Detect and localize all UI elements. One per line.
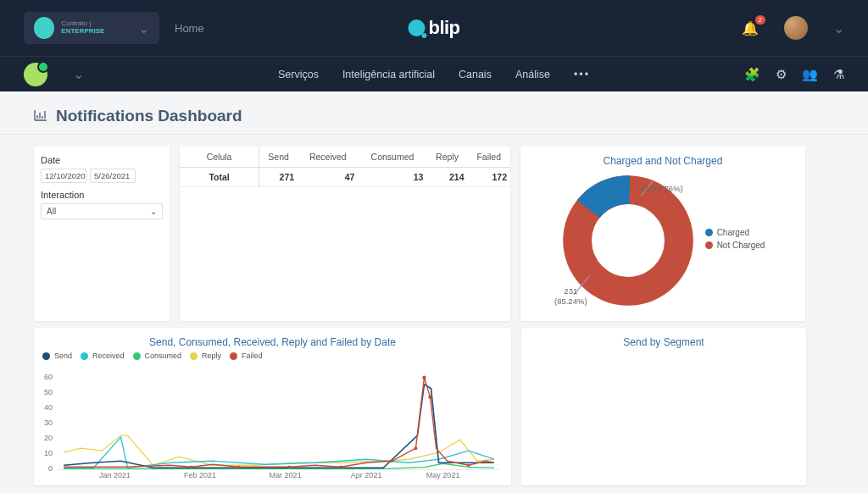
bar-chart-icon — [34, 109, 47, 124]
svg-point-24 — [390, 459, 393, 463]
page-title: Notifications Dashboard — [56, 107, 242, 125]
org-selector[interactable]: Contrato | ENTERPRISE ⌄ — [24, 12, 159, 44]
nav-links: Serviços Inteligência artificial Canais … — [278, 69, 590, 80]
nav-item-servicos[interactable]: Serviços — [278, 69, 319, 80]
interaction-label: Interaction — [41, 190, 163, 200]
segment-card: Send by Segment — [521, 328, 806, 485]
chevron-down-icon[interactable]: ⌄ — [833, 20, 844, 36]
bot-avatar[interactable] — [24, 63, 47, 86]
svg-text:Jan 2021: Jan 2021 — [99, 471, 131, 479]
top-header: Contrato | ENTERPRISE ⌄ Home blip 🔔 2 ⌄ — [0, 0, 868, 56]
donut-legend: Charged Not Charged — [705, 228, 765, 253]
svg-point-23 — [339, 465, 342, 468]
donut-card: Charged and Not Charged 40 (14.76%) Char… — [520, 147, 805, 321]
svg-text:40: 40 — [44, 403, 53, 412]
notif-badge: 2 — [755, 15, 765, 25]
nav-item-ia[interactable]: Inteligência artificial — [342, 69, 435, 80]
legend-dot-icon — [81, 352, 88, 360]
dashboard-row-1: Date 12/10/2020 5/26/2021 Interaction Al… — [0, 135, 868, 321]
line-title: Send, Consumed, Received, Reply and Fail… — [42, 336, 503, 348]
legend-dot-icon — [230, 352, 237, 360]
svg-text:May 2021: May 2021 — [426, 471, 460, 479]
legend-dot-icon — [42, 352, 50, 360]
segment-title: Send by Segment — [530, 336, 798, 348]
svg-text:Mar 2021: Mar 2021 — [270, 471, 302, 479]
page-title-bar: Notifications Dashboard — [0, 91, 868, 135]
dashboard-row-2: Send, Consumed, Received, Reply and Fail… — [0, 321, 868, 485]
legend-not-charged[interactable]: Not Charged — [705, 241, 765, 250]
legend-dot-icon — [705, 241, 713, 249]
sub-nav: ⌄ Serviços Inteligência artificial Canai… — [0, 56, 868, 91]
users-icon[interactable]: 👥 — [802, 67, 818, 82]
svg-text:0: 0 — [48, 464, 53, 473]
chevron-down-icon: ⌄ — [150, 207, 157, 216]
legend-reply[interactable]: Reply — [190, 352, 221, 360]
line-legend: Send Received Consumed Reply Failed — [42, 352, 503, 360]
svg-point-22 — [288, 465, 292, 468]
puzzle-icon[interactable]: 🧩 — [744, 67, 760, 82]
line-chart: 0 10 20 30 40 50 60 Jan 2021 Feb 2021 Ma… — [42, 363, 503, 482]
nav-right-icons: 🧩 ⚙ 👥 ⚗ — [744, 67, 844, 82]
svg-point-18 — [428, 396, 431, 399]
legend-failed[interactable]: Failed — [230, 352, 263, 360]
chevron-down-icon: ⌄ — [138, 20, 149, 36]
svg-point-17 — [422, 375, 426, 379]
org-text: Contrato | ENTERPRISE — [61, 20, 131, 36]
col-reply[interactable]: Reply — [426, 147, 467, 168]
brand-text: blip — [428, 17, 459, 39]
brand-logo[interactable]: blip — [408, 17, 459, 39]
col-received[interactable]: Received — [298, 147, 358, 168]
legend-dot-icon — [705, 229, 713, 236]
col-consumed[interactable]: Consumed — [358, 147, 426, 168]
svg-point-25 — [467, 463, 470, 467]
svg-text:50: 50 — [44, 388, 53, 396]
legend-send[interactable]: Send — [42, 352, 72, 360]
summary-table: Celula Send Received Consumed Reply Fail… — [180, 147, 510, 187]
legend-charged[interactable]: Charged — [705, 228, 765, 237]
svg-text:Feb 2021: Feb 2021 — [184, 471, 216, 479]
interaction-select[interactable]: All ⌄ — [41, 203, 163, 219]
legend-dot-icon — [190, 352, 198, 360]
line-chart-card: Send, Consumed, Received, Reply and Fail… — [34, 328, 511, 485]
notifications-button[interactable]: 🔔 2 — [742, 20, 759, 36]
brand-dot-icon — [408, 19, 425, 36]
svg-point-19 — [414, 446, 417, 450]
svg-point-20 — [190, 465, 193, 468]
svg-text:60: 60 — [44, 373, 53, 381]
nav-item-canais[interactable]: Canais — [459, 69, 492, 80]
flask-icon[interactable]: ⚗ — [833, 67, 844, 82]
col-failed[interactable]: Failed — [468, 147, 511, 168]
svg-text:30: 30 — [44, 418, 53, 427]
donut-label-charged: 40 (14.76%) — [639, 184, 683, 193]
svg-text:10: 10 — [44, 449, 53, 457]
home-link[interactable]: Home — [175, 22, 204, 35]
nav-more-button[interactable]: ••• — [574, 69, 590, 80]
svg-text:Apr 2021: Apr 2021 — [351, 471, 382, 479]
org-avatar-icon — [34, 17, 54, 39]
nav-item-analise[interactable]: Análise — [515, 69, 550, 80]
legend-consumed[interactable]: Consumed — [133, 352, 182, 360]
col-send[interactable]: Send — [259, 147, 298, 168]
svg-point-21 — [236, 465, 240, 468]
date-label: Date — [41, 155, 163, 165]
user-avatar[interactable] — [784, 16, 808, 40]
legend-received[interactable]: Received — [81, 352, 125, 360]
chevron-down-icon[interactable]: ⌄ — [73, 66, 84, 82]
table-row: Total 271 47 13 214 172 — [180, 168, 510, 187]
legend-dot-icon — [133, 352, 141, 360]
summary-table-card: Celula Send Received Consumed Reply Fail… — [180, 147, 510, 321]
col-celula[interactable]: Celula — [180, 147, 259, 168]
donut-label-notcharged: 231(85.24%) — [554, 286, 587, 306]
header-right: 🔔 2 ⌄ — [742, 16, 844, 40]
svg-text:20: 20 — [44, 434, 53, 442]
date-from-input[interactable]: 12/10/2020 — [41, 169, 86, 183]
date-to-input[interactable]: 5/26/2021 — [90, 169, 136, 183]
gear-icon[interactable]: ⚙ — [776, 67, 787, 82]
donut-title: Charged and Not Charged — [529, 155, 797, 167]
filters-card: Date 12/10/2020 5/26/2021 Interaction Al… — [34, 147, 170, 321]
